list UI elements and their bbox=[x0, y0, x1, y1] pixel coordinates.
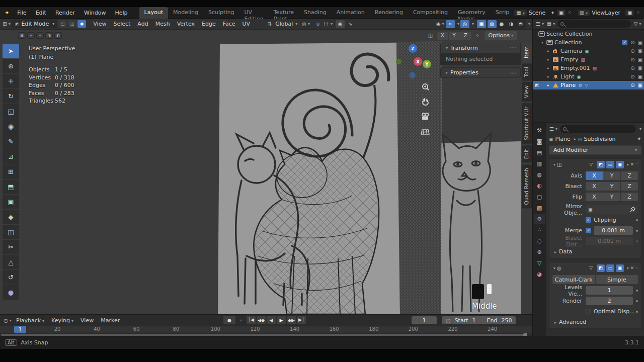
workspace-tab-modeling[interactable]: Modeling bbox=[168, 7, 203, 19]
hide-eye-icon[interactable]: ⊙ bbox=[630, 48, 634, 54]
select-subtract-icon[interactable]: − bbox=[36, 32, 44, 39]
tab-physics[interactable]: ◌ bbox=[534, 236, 545, 246]
catmull-clark-button[interactable]: Catmull-Clark bbox=[552, 275, 595, 284]
gizmo-axis-z[interactable]: Z bbox=[409, 44, 417, 53]
smooth-tool[interactable]: ● bbox=[3, 285, 19, 300]
menu-edge[interactable]: Edge bbox=[199, 21, 219, 27]
show-in-editmode-off-icon[interactable]: ▽ bbox=[587, 264, 595, 272]
transform-panel-header[interactable]: ▾ Transform ∷∷ bbox=[440, 43, 521, 53]
pin-id-icon[interactable]: ✦ bbox=[637, 136, 641, 142]
outliner-filter-icon[interactable]: ▽▾ bbox=[633, 20, 642, 28]
falloff-curve-icon[interactable]: ∿ bbox=[346, 20, 355, 28]
menu-render[interactable]: Render bbox=[51, 10, 79, 16]
move-tool[interactable]: ✛ bbox=[3, 74, 19, 88]
gizmo-axis-y-neg[interactable] bbox=[396, 59, 401, 64]
delete-modifier-icon[interactable]: ✕ bbox=[630, 162, 634, 167]
properties-editor-type-icon[interactable]: ☲▾ bbox=[549, 125, 558, 133]
annotate-tool[interactable]: ✎ bbox=[3, 134, 19, 149]
disable-render-icon[interactable]: ▣ bbox=[638, 82, 642, 88]
show-realtime-icon[interactable]: ▭ bbox=[606, 264, 614, 272]
gizmo-axis-y[interactable]: Y bbox=[423, 60, 431, 68]
new-scene-icon[interactable]: ▣ bbox=[557, 10, 566, 16]
sidebar-tab-edit[interactable]: Edit bbox=[522, 145, 532, 162]
frame-range-fields[interactable]: ◷ Start1 End250 bbox=[442, 316, 516, 324]
outliner-row-empty-001[interactable]: ▸ Empty.001 ▨ ⊙▣ bbox=[533, 64, 644, 72]
menu-uv[interactable]: UV bbox=[239, 21, 254, 27]
select-difference-icon[interactable]: ◨ bbox=[45, 32, 53, 39]
transform-orientation[interactable]: Global bbox=[275, 21, 293, 27]
hide-eye-icon[interactable]: ⊙ bbox=[630, 65, 634, 71]
hide-eye-icon[interactable]: ⊙ bbox=[630, 40, 634, 45]
orthographic-grid-icon[interactable] bbox=[421, 127, 430, 136]
outliner-row-camera[interactable]: ▸ Camera ▣ ⊙▣ bbox=[533, 47, 644, 55]
menu-select[interactable]: Select bbox=[110, 21, 133, 27]
play-button[interactable]: ▶ bbox=[277, 316, 286, 324]
menu-playback[interactable]: Playback▾ bbox=[13, 317, 47, 324]
mirror-axis-x[interactable]: X bbox=[586, 171, 603, 180]
add-modifier-button[interactable]: Add Modifier ▾ bbox=[549, 145, 641, 155]
animate-property-dot[interactable] bbox=[636, 219, 638, 221]
outliner-row-empty[interactable]: ▸ Empty ▨ ⊙▣ bbox=[533, 55, 644, 64]
workspace-tab-scripting[interactable]: Scrip bbox=[491, 7, 515, 19]
symmetry-y-button[interactable]: Y bbox=[449, 32, 460, 40]
light-data-icon[interactable]: ◉ bbox=[577, 74, 581, 79]
tab-collection[interactable]: ▢ bbox=[534, 192, 545, 202]
tab-constraints[interactable]: ⊛ bbox=[534, 247, 545, 257]
toggle-xray-icon[interactable]: ▣ bbox=[477, 20, 486, 28]
simple-button[interactable]: Simple bbox=[596, 275, 638, 284]
modifier-wrench-icon[interactable]: ⚙ bbox=[578, 83, 582, 88]
camera-view-icon[interactable] bbox=[421, 112, 430, 121]
data-subpanel-header[interactable]: ▸Data bbox=[549, 247, 641, 255]
tab-render[interactable]: ◙ bbox=[534, 137, 545, 146]
select-extend-icon[interactable]: + bbox=[27, 32, 35, 39]
optimal-display-checkbox[interactable] bbox=[586, 309, 591, 314]
collapse-modifier-icon[interactable]: ▾ bbox=[553, 162, 555, 167]
menu-marker[interactable]: Marker bbox=[98, 317, 123, 324]
flip-y[interactable]: Y bbox=[603, 193, 620, 201]
next-keyframe-button[interactable]: ◆▶ bbox=[287, 316, 296, 324]
drag-handle-icon[interactable]: ∷ bbox=[635, 265, 638, 270]
sidebar-tab-tool[interactable]: Tool bbox=[522, 63, 532, 80]
show-visibility-icon[interactable]: ◉▾ bbox=[436, 20, 445, 28]
viewlayer-datablock-icon[interactable]: ▥▾ bbox=[578, 10, 590, 16]
flip-x[interactable]: X bbox=[586, 193, 603, 201]
pan-view-hand-icon[interactable] bbox=[421, 97, 430, 106]
extrude-region-tool[interactable]: ⬒ bbox=[3, 179, 19, 194]
bisect-x[interactable]: X bbox=[586, 182, 603, 191]
breadcrumb-object[interactable]: Plane bbox=[555, 136, 571, 142]
panel-grip-icon[interactable]: ∷∷ bbox=[510, 70, 517, 75]
timeline-ruler[interactable]: 20406080100120140160180200220240 1 bbox=[0, 326, 532, 333]
viewlayer-name[interactable]: ViewLayer bbox=[592, 10, 620, 16]
spin-tool[interactable]: ↺ bbox=[3, 270, 19, 285]
bevel-tool[interactable]: ◆ bbox=[3, 210, 19, 224]
snap-magnet-icon[interactable]: ∪ bbox=[313, 20, 323, 28]
workspace-tab-shading[interactable]: Shading bbox=[299, 7, 332, 19]
animate-property-dot[interactable] bbox=[636, 230, 638, 232]
show-overlays-icon[interactable]: ◎ bbox=[460, 20, 469, 28]
measure-tool[interactable]: ⊿ bbox=[3, 149, 19, 164]
proportional-editing-icon[interactable]: ◉ bbox=[336, 20, 345, 28]
face-select-mode-button[interactable]: ◼ bbox=[77, 20, 86, 28]
outliner-row-collection[interactable]: ▾ Collection ✓ ⊙ ▣ bbox=[533, 38, 644, 47]
tab-view-layer[interactable]: ▥ bbox=[534, 159, 545, 168]
workspace-tab-compositing[interactable]: Compositing bbox=[408, 7, 453, 19]
properties-panel-header[interactable]: ▸ Properties ∷∷ bbox=[440, 67, 521, 78]
show-realtime-icon[interactable]: ▭ bbox=[606, 161, 614, 168]
outliner-row-light[interactable]: ▸ Light ◉ ⊙▣ bbox=[533, 72, 644, 81]
inset-faces-tool[interactable]: ▣ bbox=[3, 195, 19, 209]
auto-keying-record-button[interactable]: ● bbox=[223, 316, 235, 324]
breadcrumb-modifier[interactable]: Subdivision bbox=[584, 136, 616, 142]
tab-particles[interactable]: ∴ bbox=[534, 225, 545, 235]
workspace-tab-layout[interactable]: Layout bbox=[139, 7, 168, 19]
show-on-cage-icon[interactable]: ◩ bbox=[597, 161, 605, 168]
modifier-extras-icon[interactable]: ▾ bbox=[627, 162, 629, 167]
delete-modifier-icon[interactable]: ✕ bbox=[630, 265, 634, 270]
workspace-tab-uv-editing[interactable]: UV Editing bbox=[239, 7, 268, 19]
edge-select-mode-button[interactable]: ◫ bbox=[68, 20, 76, 28]
collapse-modifier-icon[interactable]: ▾ bbox=[553, 266, 555, 270]
expand-arrow-icon[interactable]: ▸ bbox=[546, 66, 551, 70]
shading-material-icon[interactable]: ◑ bbox=[507, 20, 516, 28]
jump-to-end-button[interactable]: ▶⏐ bbox=[297, 316, 306, 324]
menu-file[interactable]: File bbox=[13, 10, 31, 16]
bisect-z[interactable]: Z bbox=[621, 182, 638, 191]
